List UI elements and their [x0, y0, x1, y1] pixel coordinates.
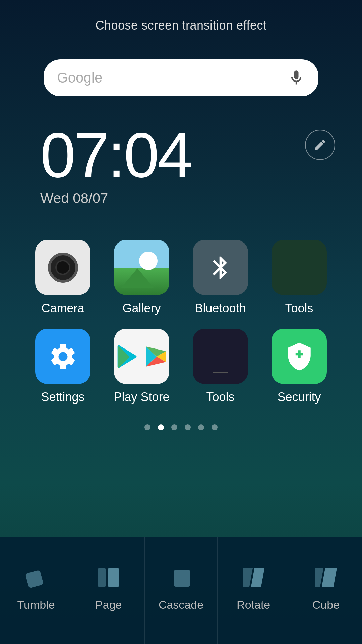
gear-icon [48, 341, 78, 372]
svg-marker-7 [315, 568, 323, 587]
app-playstore[interactable]: Play Store [106, 329, 178, 404]
tools-folder-icon [272, 240, 327, 295]
rotate-label: Rotate [237, 598, 270, 611]
search-bar[interactable]: Google [44, 59, 318, 96]
settings-icon [35, 329, 90, 384]
tools-apps-icon [193, 329, 248, 384]
app-gallery[interactable]: Gallery [106, 240, 178, 315]
dot-2[interactable] [158, 424, 164, 430]
svg-marker-5 [243, 568, 253, 587]
dot-6[interactable] [212, 424, 218, 430]
app-tools-folder[interactable]: Tools [263, 240, 335, 315]
svg-rect-3 [108, 568, 119, 587]
cascade-label: Cascade [159, 598, 203, 611]
dot-1[interactable] [144, 424, 150, 430]
bluetooth-symbol [207, 254, 234, 281]
transition-page[interactable]: Page [72, 537, 145, 644]
dot-3[interactable] [171, 424, 177, 430]
shield-plus-icon [284, 341, 314, 372]
camera-lens [48, 253, 78, 283]
bluetooth-label: Bluetooth [195, 301, 246, 315]
playstore-shape [142, 343, 169, 370]
edit-icon [313, 138, 327, 152]
playstore-svg [142, 343, 169, 370]
app-tools-apps[interactable]: Tools [184, 329, 256, 404]
dot-4[interactable] [185, 424, 191, 430]
app-grid: Camera Gallery Bluetooth Tools [0, 240, 362, 404]
playstore-icon [114, 329, 169, 384]
transition-effects-bar: Tumble Page Cascade Rotate Cube [0, 537, 362, 644]
security-icon [272, 329, 327, 384]
screen-title: Choose screen transition effect [0, 0, 362, 33]
svg-marker-6 [251, 568, 264, 587]
tumble-icon [25, 567, 47, 588]
camera-label: Camera [41, 301, 84, 315]
playstore-label: Play Store [114, 390, 169, 404]
camera-icon [35, 240, 90, 295]
app-camera[interactable]: Camera [27, 240, 99, 315]
mic-icon [288, 69, 305, 87]
gallery-label: Gallery [122, 301, 161, 315]
gallery-sun [139, 252, 158, 270]
transition-tumble[interactable]: Tumble [0, 537, 72, 644]
transition-rotate[interactable]: Rotate [218, 537, 290, 644]
cube-icon [315, 567, 337, 588]
cube-label: Cube [312, 598, 340, 611]
mini-app-8 [213, 372, 228, 373]
settings-label: Settings [41, 390, 84, 404]
search-bar-container: Google [44, 59, 318, 96]
clock-section: 07:04 Wed 08/07 [0, 123, 362, 206]
cascade-icon [170, 567, 192, 588]
clock-date: Wed 08/07 [40, 190, 362, 206]
app-settings[interactable]: Settings [27, 329, 99, 404]
page-indicator [0, 424, 362, 430]
tumble-label: Tumble [17, 598, 55, 611]
gallery-hill [121, 268, 154, 288]
page-icon [98, 567, 119, 588]
page-label: Page [95, 598, 122, 611]
bluetooth-icon [193, 240, 248, 295]
svg-rect-2 [98, 568, 106, 587]
svg-marker-8 [322, 568, 337, 587]
rotate-icon [243, 567, 264, 588]
dot-5[interactable] [198, 424, 204, 430]
camera-lens-inner [55, 260, 70, 275]
transition-cube[interactable]: Cube [290, 537, 362, 644]
edit-button[interactable] [305, 130, 335, 160]
search-placeholder: Google [57, 70, 288, 86]
gallery-icon [114, 240, 169, 295]
tools-folder-label: Tools [285, 301, 313, 315]
security-label: Security [277, 390, 321, 404]
tools-apps-label: Tools [206, 390, 234, 404]
svg-rect-4 [174, 570, 190, 587]
app-bluetooth[interactable]: Bluetooth [184, 240, 256, 315]
transition-cascade[interactable]: Cascade [145, 537, 217, 644]
app-security[interactable]: Security [263, 329, 335, 404]
svg-rect-1 [25, 570, 44, 588]
